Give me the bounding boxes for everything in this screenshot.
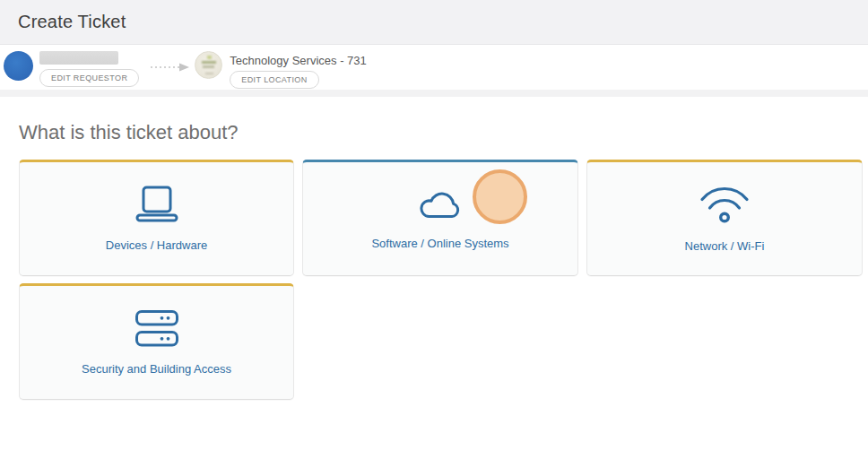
page-title: Create Ticket xyxy=(18,12,126,32)
page-header: Create Ticket xyxy=(0,0,868,45)
location-name: Technology Services - 731 xyxy=(230,54,366,67)
ticket-question-heading: What is this ticket about? xyxy=(19,121,849,144)
click-indicator xyxy=(473,169,527,224)
main-content: What is this ticket about? Devices / Har… xyxy=(0,121,868,400)
requestor-info: EDIT REQUESTOR xyxy=(39,45,139,87)
section-divider xyxy=(0,90,868,97)
category-card-network-wifi[interactable]: Network / Wi-Fi xyxy=(586,160,863,276)
edit-location-button[interactable]: EDIT LOCATION xyxy=(230,71,318,89)
cloud-icon xyxy=(416,187,464,225)
location-logo-avatar xyxy=(195,51,222,79)
category-card-label: Network / Wi-Fi xyxy=(685,239,765,253)
wifi-icon xyxy=(699,185,750,228)
category-card-label: Security and Building Access xyxy=(82,362,231,376)
category-card-devices-hardware[interactable]: Devices / Hardware xyxy=(19,160,294,276)
edit-requestor-button[interactable]: EDIT REQUESTOR xyxy=(39,69,139,87)
requestor-avatar xyxy=(4,51,33,81)
servers-icon xyxy=(135,310,178,351)
category-card-label: Software / Online Systems xyxy=(371,237,508,250)
category-card-software-online-systems[interactable]: Software / Online Systems xyxy=(302,160,578,276)
arrow-right-icon xyxy=(150,60,191,76)
location-info: Technology Services - 731 EDIT LOCATION xyxy=(230,45,366,89)
requestor-location-bar: EDIT REQUESTOR Technology Services - 731… xyxy=(0,45,868,90)
laptop-icon xyxy=(135,186,178,227)
requestor-name-redacted xyxy=(39,51,118,65)
category-card-label: Devices / Hardware xyxy=(106,238,207,252)
category-card-security-building-access[interactable]: Security and Building Access xyxy=(19,283,294,400)
category-card-grid: Devices / Hardware Software / Online Sys… xyxy=(19,160,849,400)
